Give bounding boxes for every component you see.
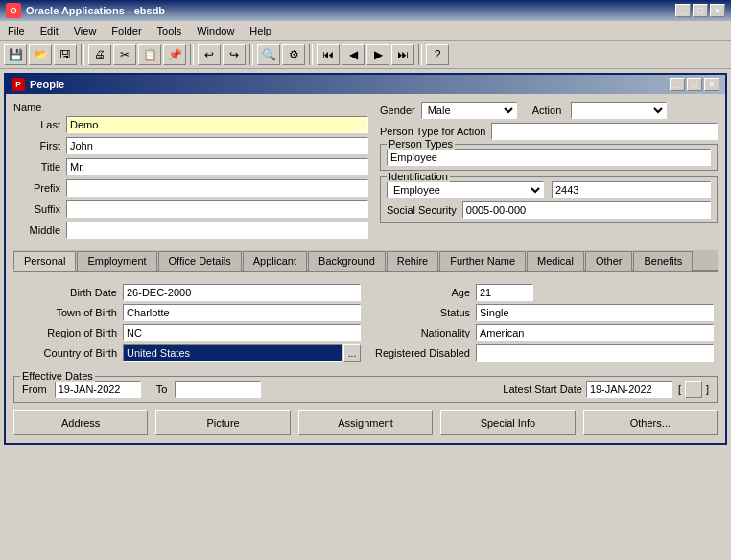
minimize-btn[interactable]: _ [675,4,691,17]
to-date-input[interactable] [175,381,261,398]
prefix-input[interactable] [66,179,368,197]
toolbar-paste[interactable]: 📌 [163,44,186,65]
tab-personal[interactable]: Personal [13,251,76,271]
town-of-birth-input[interactable] [123,304,361,321]
tab-background[interactable]: Background [308,251,386,271]
gender-select[interactable]: Male Female [421,102,517,119]
toolbar-nav-last[interactable]: ⏭ [391,44,414,65]
title-row: Title [13,158,368,175]
birth-date-label: Birth Date [17,287,123,298]
nationality-row: Nationality [370,324,714,341]
latest-date-btn[interactable] [685,381,702,398]
person-types-input[interactable] [387,149,711,166]
first-input[interactable] [66,137,368,154]
menu-help[interactable]: Help [246,23,275,38]
status-input[interactable] [476,304,714,321]
country-of-birth-input[interactable] [123,344,342,362]
birth-date-input[interactable] [123,284,361,301]
menu-bar: File Edit View Folder Tools Window Help [0,21,731,41]
menu-view[interactable]: View [70,23,101,38]
toolbar: 💾 📂 🖫 🖨 ✂ 📋 📌 ↩ ↪ 🔍 ⚙ ⏮ ◀ ▶ ⏭ ? [0,41,731,69]
toolbar-help[interactable]: ? [426,44,449,65]
toolbar-redo[interactable]: ↪ [223,44,246,65]
id-number-input[interactable] [552,181,711,198]
tab-medical[interactable]: Medical [527,251,584,271]
tab-benefits[interactable]: Benefits [633,251,693,271]
first-label: First [13,140,66,152]
suffix-input[interactable] [66,200,368,218]
action-select[interactable] [571,102,667,119]
menu-edit[interactable]: Edit [36,23,62,38]
prefix-row: Prefix [13,179,368,197]
people-window: P People _ □ × Name Last First [4,73,727,445]
toolbar-sep2 [190,44,194,65]
id-type-select[interactable]: Employee [387,181,544,198]
middle-label: Middle [13,224,66,236]
menu-file[interactable]: File [4,23,29,38]
toolbar-filter[interactable]: ⚙ [282,44,305,65]
toolbar-open[interactable]: 📂 [29,44,52,65]
window-maximize[interactable]: □ [687,78,702,91]
address-button[interactable]: Address [13,410,148,435]
toolbar-sep5 [418,44,422,65]
toolbar-undo[interactable]: ↩ [198,44,221,65]
person-type-for-action-input[interactable] [491,123,718,140]
toolbar-nav-next[interactable]: ▶ [366,44,389,65]
age-input[interactable] [476,284,533,301]
window-title-text: People [30,79,64,90]
toolbar-print[interactable]: 🖨 [88,44,111,65]
bracket-close: ] [706,384,709,395]
tab-applicant[interactable]: Applicant [243,251,307,271]
toolbar-new[interactable]: 💾 [4,44,27,65]
tab-other[interactable]: Other [585,251,633,271]
bottom-buttons: Address Picture Assignment Special Info … [13,410,718,435]
tab-employment[interactable]: Employment [77,251,156,271]
last-label: Last [13,119,66,130]
from-date-input[interactable] [55,381,141,398]
person-types-title: Person Types [387,138,455,150]
middle-input[interactable] [66,222,368,239]
toolbar-sep1 [81,44,84,65]
registered-disabled-input[interactable] [476,344,714,362]
others-button[interactable]: Others... [583,410,718,435]
assignment-button[interactable]: Assignment [298,410,433,435]
town-of-birth-label: Town of Birth [17,307,123,318]
close-btn[interactable]: × [710,4,725,17]
picture-button[interactable]: Picture [155,410,290,435]
country-of-birth-label: Country of Birth [17,347,123,359]
country-browse-btn[interactable]: ... [343,344,361,362]
maximize-btn[interactable]: □ [693,4,708,17]
toolbar-find[interactable]: 🔍 [257,44,280,65]
special-info-button[interactable]: Special Info [440,410,575,435]
country-of-birth-row: Country of Birth ... [17,344,361,362]
menu-tools[interactable]: Tools [153,23,186,38]
tab-further-name[interactable]: Further Name [439,251,526,271]
toolbar-nav-first[interactable]: ⏮ [317,44,340,65]
toolbar-save[interactable]: 🖫 [54,44,77,65]
tab-rehire[interactable]: Rehire [387,251,438,271]
tab-office-details[interactable]: Office Details [158,251,242,271]
nationality-input[interactable] [476,324,714,341]
last-name-row: Last [13,116,368,133]
menu-window[interactable]: Window [193,23,238,38]
latest-start-date-input[interactable] [586,381,672,398]
window-close[interactable]: × [704,78,719,91]
app-title: Oracle Applications - ebsdb [26,5,165,16]
registered-disabled-row: Registered Disabled [370,344,714,362]
social-security-input[interactable] [462,201,711,219]
toolbar-cut[interactable]: ✂ [113,44,136,65]
status-label: Status [370,307,476,318]
person-types-group: Person Types [380,144,718,171]
toolbar-copy[interactable]: 📋 [138,44,161,65]
region-of-birth-input[interactable] [123,324,361,341]
toolbar-nav-prev[interactable]: ◀ [342,44,365,65]
window-icon: P [12,78,25,91]
status-row: Status [370,304,714,321]
age-row: Age [370,284,714,301]
title-input[interactable] [66,158,368,175]
name-section-title: Name [13,102,368,113]
window-minimize[interactable]: _ [670,78,685,91]
last-input[interactable] [66,116,368,133]
menu-folder[interactable]: Folder [107,23,145,38]
toolbar-sep4 [309,44,313,65]
